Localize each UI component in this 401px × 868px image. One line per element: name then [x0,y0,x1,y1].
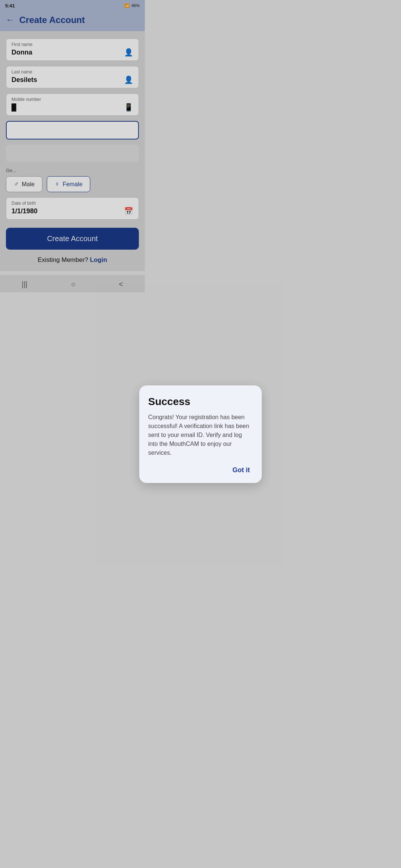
dialog-overlay: Success Congrats! Your registration has … [0,0,145,313]
